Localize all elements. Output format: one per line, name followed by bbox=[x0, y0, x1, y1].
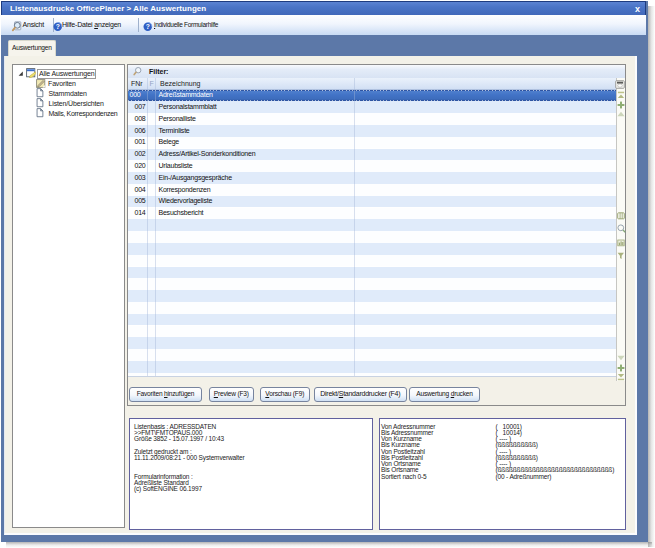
svg-text:?: ? bbox=[146, 23, 150, 30]
svg-text:?: ? bbox=[56, 23, 60, 30]
